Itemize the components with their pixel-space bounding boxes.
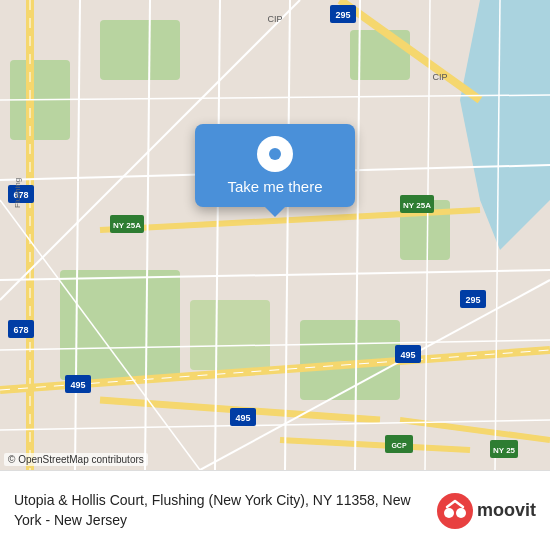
svg-text:NY 25: NY 25 — [493, 446, 516, 455]
pin-dot — [269, 148, 281, 160]
svg-text:678: 678 — [13, 325, 28, 335]
svg-text:CIP: CIP — [267, 14, 282, 24]
svg-point-61 — [456, 508, 466, 518]
svg-text:NY 25A: NY 25A — [403, 201, 431, 210]
svg-point-59 — [437, 493, 473, 529]
svg-text:295: 295 — [465, 295, 480, 305]
map-popup[interactable]: Take me there — [195, 124, 355, 207]
svg-rect-4 — [190, 300, 270, 370]
address-container: Utopia & Hollis Court, Flushing (New Yor… — [14, 491, 423, 530]
moovit-text: moovit — [477, 500, 536, 521]
svg-text:495: 495 — [400, 350, 415, 360]
svg-point-60 — [444, 508, 454, 518]
map-container: 678 678 295 295 495 495 495 NY 25A NY 25… — [0, 0, 550, 470]
osm-attribution: © OpenStreetMap contributors — [4, 453, 148, 466]
roads-svg: 678 678 295 295 495 495 495 NY 25A NY 25… — [0, 0, 550, 470]
svg-text:495: 495 — [70, 380, 85, 390]
svg-text:Flushing: Flushing — [13, 178, 22, 208]
location-pin — [257, 136, 293, 172]
moovit-logo: moovit — [437, 493, 536, 529]
svg-text:495: 495 — [235, 413, 250, 423]
address-text: Utopia & Hollis Court, Flushing (New Yor… — [14, 492, 411, 528]
svg-text:GCP: GCP — [391, 442, 407, 449]
moovit-icon — [437, 493, 473, 529]
svg-text:CIP: CIP — [432, 72, 447, 82]
info-bar: Utopia & Hollis Court, Flushing (New Yor… — [0, 470, 550, 550]
svg-rect-7 — [100, 20, 180, 80]
svg-rect-3 — [60, 270, 180, 380]
attribution-text: © OpenStreetMap contributors — [8, 454, 144, 465]
svg-text:295: 295 — [335, 10, 350, 20]
svg-text:NY 25A: NY 25A — [113, 221, 141, 230]
popup-label: Take me there — [227, 178, 322, 195]
